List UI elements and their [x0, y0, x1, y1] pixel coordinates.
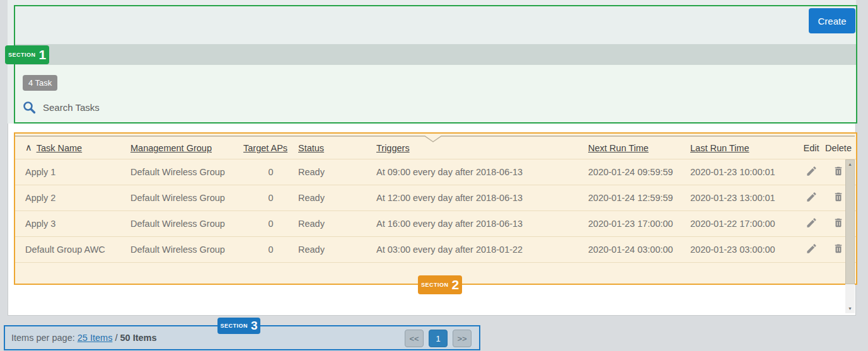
cell-next-run-time: 2020-01-24 09:59:59 [588, 167, 690, 177]
section-3-annotation: SECTION 3 [217, 318, 260, 334]
page-size-link[interactable]: 25 Items [78, 333, 113, 343]
cell-status: Ready [298, 245, 376, 255]
collapsed-panel-strip[interactable] [15, 44, 856, 65]
section-1-number: 1 [38, 47, 46, 62]
section-1-label: SECTION [8, 52, 36, 58]
cell-status: Ready [298, 167, 376, 177]
table-row: Apply 1 Default Wireless Group 0 Ready A… [15, 159, 856, 185]
cell-target-aps: 0 [243, 167, 298, 177]
pagination-separator: / [115, 333, 117, 343]
delete-trash-icon[interactable] [833, 217, 844, 229]
edit-pencil-icon[interactable] [806, 191, 818, 203]
cell-triggers: At 03:00 every day after 2018-01-22 [376, 245, 588, 255]
sort-ascending-icon[interactable]: ∧ [25, 142, 32, 152]
header-next-run-time[interactable]: Next Run Time [588, 143, 649, 153]
cell-status: Ready [298, 219, 376, 229]
cell-last-run-time: 2020-01-23 13:00:01 [690, 193, 799, 203]
header-delete: Delete [825, 143, 852, 153]
header-status[interactable]: Status [298, 143, 324, 153]
section-1-annotation: SECTION 1 [5, 45, 49, 64]
header-triggers[interactable]: Triggers [376, 143, 410, 153]
cell-task-name: Apply 3 [25, 219, 130, 229]
header-edit: Edit [804, 143, 819, 153]
cell-last-run-time: 2020-01-22 17:00:00 [690, 219, 799, 229]
total-items-label: 50 Items [120, 333, 156, 343]
cell-management-group: Default Wireless Group [130, 193, 243, 203]
header-last-run-time[interactable]: Last Run Time [690, 143, 749, 153]
next-page-button[interactable]: >> [453, 330, 472, 347]
search-tasks-field[interactable] [23, 101, 245, 114]
header-task-name[interactable]: Task Name [37, 143, 83, 153]
cell-next-run-time: 2020-01-23 17:00:00 [588, 219, 690, 229]
cell-management-group: Default Wireless Group [130, 167, 243, 177]
task-count-badge: 4 Task [23, 75, 57, 91]
items-per-page-group: Items per page: 25 Items / 50 Items [11, 333, 157, 343]
previous-page-button[interactable]: << [405, 330, 424, 347]
cell-last-run-time: 2020-01-23 03:00:00 [690, 245, 799, 255]
table-row: Default Group AWC Default Wireless Group… [15, 237, 856, 263]
section-2-number: 2 [451, 277, 459, 292]
table-header-row: ∧Task Name Management Group Target APs S… [15, 137, 856, 159]
edit-pencil-icon[interactable] [806, 217, 818, 229]
edit-pencil-icon[interactable] [806, 165, 818, 177]
cell-target-aps: 0 [243, 219, 298, 229]
delete-trash-icon[interactable] [833, 191, 844, 203]
cell-next-run-time: 2020-01-24 03:00:00 [588, 245, 690, 255]
task-table-section: ∧Task Name Management Group Target APs S… [14, 132, 857, 285]
scrollbar-thumb[interactable] [845, 159, 855, 284]
header-target-aps[interactable]: Target APs [243, 143, 287, 153]
section-3-label: SECTION [220, 323, 248, 329]
cell-last-run-time: 2020-01-23 10:00:01 [690, 167, 799, 177]
cell-target-aps: 0 [243, 193, 298, 203]
scroll-down-icon[interactable]: ▼ [845, 306, 855, 312]
cell-management-group: Default Wireless Group [130, 219, 243, 229]
cell-status: Ready [298, 193, 376, 203]
table-row: Apply 3 Default Wireless Group 0 Ready A… [15, 211, 856, 237]
search-input[interactable] [43, 102, 245, 113]
header-management-group[interactable]: Management Group [130, 143, 212, 153]
items-per-page-label: Items per page: [11, 333, 75, 343]
delete-trash-icon[interactable] [833, 243, 844, 255]
section-3-number: 3 [251, 319, 258, 333]
cell-triggers: At 12:00 every day after 2018-06-13 [376, 193, 588, 203]
table-row: Apply 2 Default Wireless Group 0 Ready A… [15, 185, 856, 211]
cell-triggers: At 16:00 every day after 2018-06-13 [376, 219, 588, 229]
cell-management-group: Default Wireless Group [130, 245, 243, 255]
cell-task-name: Apply 2 [25, 193, 130, 203]
table-body: Apply 1 Default Wireless Group 0 Ready A… [15, 159, 856, 263]
scroll-up-icon[interactable]: ▲ [845, 161, 855, 168]
pager-controls: << 1 >> [405, 330, 477, 347]
delete-trash-icon[interactable] [833, 165, 844, 177]
edit-pencil-icon[interactable] [806, 243, 818, 255]
cell-task-name: Apply 1 [25, 167, 130, 177]
current-page-button[interactable]: 1 [429, 330, 448, 347]
cell-triggers: At 09:00 every day after 2018-06-13 [376, 167, 588, 177]
vertical-scrollbar[interactable]: ▲ ▼ [845, 159, 855, 313]
create-button[interactable]: Create [809, 8, 855, 33]
section-2-label: SECTION [421, 282, 449, 288]
search-icon [23, 101, 36, 114]
cell-task-name: Default Group AWC [25, 245, 130, 255]
section-2-annotation: SECTION 2 [418, 275, 462, 294]
cell-next-run-time: 2020-01-24 12:59:59 [588, 193, 690, 203]
cell-target-aps: 0 [243, 245, 298, 255]
